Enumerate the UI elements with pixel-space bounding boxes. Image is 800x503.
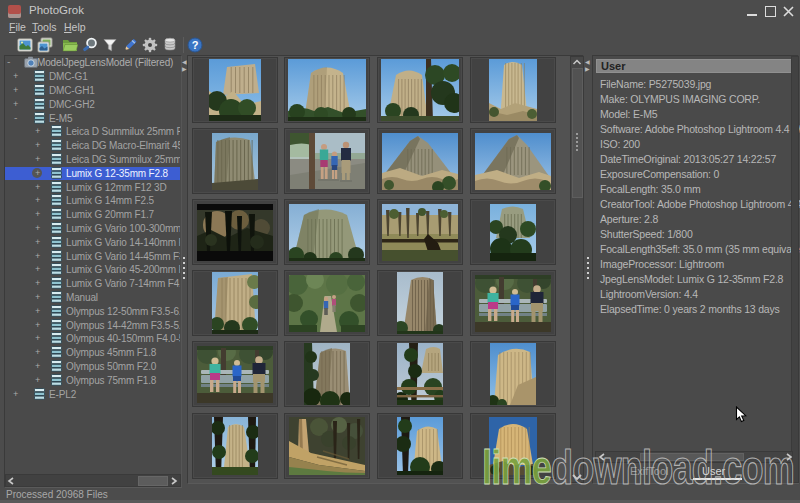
svg-text:?: ?	[192, 39, 199, 51]
